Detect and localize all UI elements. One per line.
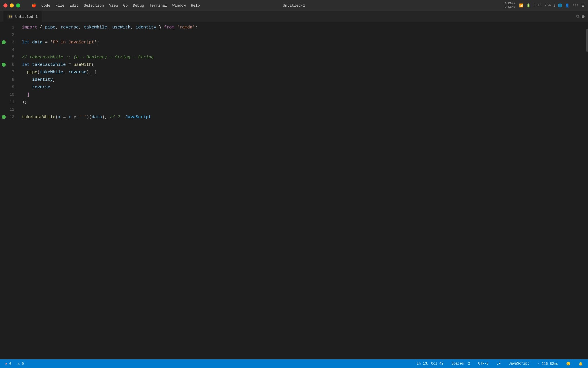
- title-bar-left: 🍎 Code File Edit Selection View Go Debug…: [3, 2, 202, 9]
- token-plain: [61, 115, 63, 120]
- line-number: 11: [7, 100, 14, 104]
- line-number-row: 13: [0, 113, 17, 121]
- scrollbar-thumb[interactable]: [586, 29, 588, 52]
- token-plain: (: [37, 70, 40, 75]
- line-number-row: 9: [0, 83, 17, 91]
- token-plain: [22, 77, 32, 82]
- line-number: 12: [7, 107, 14, 112]
- token-plain: =: [66, 62, 74, 67]
- tab-actions: ⧉: [576, 14, 585, 19]
- menu-terminal[interactable]: Terminal: [147, 3, 169, 9]
- token-plain: ;: [195, 25, 198, 30]
- token-purple: ]: [27, 92, 30, 97]
- token-js-result: JavaScript: [125, 115, 151, 120]
- menu-debug[interactable]: Debug: [131, 3, 146, 9]
- token-import-item: identity: [32, 77, 53, 82]
- menu-file[interactable]: File: [53, 3, 67, 9]
- bell-icon[interactable]: 🔔: [577, 362, 584, 366]
- breakpoint[interactable]: [2, 115, 6, 119]
- menu-edit[interactable]: Edit: [67, 3, 81, 9]
- menu-window[interactable]: Window: [170, 3, 188, 9]
- line-numbers: 12345678910111213: [0, 22, 17, 359]
- token-kw-let: let: [22, 40, 30, 45]
- token-plain: ,: [130, 25, 136, 30]
- tab-untitled1[interactable]: JS Untitled-1: [3, 11, 42, 22]
- line-number-row: 2: [0, 31, 17, 39]
- code-line: );: [22, 98, 585, 106]
- token-plain: ,: [63, 70, 68, 75]
- code-line: let data = 'FP in JavaScript';: [22, 39, 585, 46]
- close-button[interactable]: [3, 3, 7, 7]
- code-line: let takeLastWhile = useWith(: [22, 61, 585, 68]
- token-comment: // takeLastWhile :: (a → Boolean) → Stri…: [22, 55, 154, 60]
- token-plain: );: [102, 115, 110, 120]
- line-number-row: 12: [0, 106, 17, 113]
- menu-bar: 🍎 Code File Edit Selection View Go Debug…: [29, 2, 202, 9]
- token-var-name: x: [58, 115, 61, 120]
- line-number-row: 10: [0, 91, 17, 98]
- token-fn-name: pipe: [27, 70, 37, 75]
- code-line: [22, 106, 585, 113]
- token-plain: [76, 115, 79, 120]
- line-ending[interactable]: LF: [496, 362, 502, 366]
- token-plain: )(: [86, 115, 92, 120]
- wifi-icon: 📶: [519, 3, 523, 8]
- line-number: 3: [7, 40, 14, 45]
- token-plain: [22, 85, 32, 90]
- traffic-lights: [3, 3, 20, 7]
- warning-icon: ⚠: [18, 362, 20, 366]
- cpu-usage: 3.11: [533, 3, 542, 7]
- token-plain: }: [156, 25, 164, 30]
- token-var-name: data: [32, 40, 42, 45]
- token-fn-name: takeLastWhile: [22, 115, 55, 120]
- token-plain: ), [: [86, 70, 97, 75]
- menu-go[interactable]: Go: [121, 3, 130, 9]
- breakpoint[interactable]: [2, 63, 6, 67]
- language-mode[interactable]: JavaScript: [508, 362, 531, 366]
- timing[interactable]: ✓ 216.82ms: [536, 362, 559, 366]
- line-number-row: 4: [0, 46, 17, 53]
- line-number-row: 5: [0, 53, 17, 61]
- token-plain: ,: [107, 25, 112, 30]
- line-number: 2: [7, 32, 14, 37]
- split-editor-icon[interactable]: ⧉: [576, 14, 579, 19]
- token-plain: [22, 92, 27, 97]
- smiley-icon[interactable]: 🙂: [565, 362, 572, 366]
- token-import-item: reverse: [61, 25, 79, 30]
- menu-view[interactable]: View: [107, 3, 120, 9]
- maximize-button[interactable]: [16, 3, 20, 7]
- info-icon: ℹ: [554, 3, 555, 8]
- token-plain: [30, 40, 32, 45]
- line-number: 4: [7, 47, 14, 52]
- line-number: 1: [7, 25, 14, 30]
- menu-help[interactable]: Help: [189, 3, 202, 9]
- indentation[interactable]: Spaces: 2: [450, 362, 471, 366]
- menu-apple[interactable]: 🍎: [29, 2, 38, 9]
- line-number: 10: [7, 92, 14, 97]
- token-kw: import: [22, 25, 37, 30]
- token-arrow: ⇒: [63, 114, 66, 120]
- token-comment: // ?: [110, 115, 120, 120]
- token-import-item: reverse: [68, 70, 86, 75]
- menu-selection[interactable]: Selection: [82, 3, 106, 9]
- wifi-icon2: 🌐: [558, 3, 562, 8]
- line-number: 5: [7, 55, 14, 60]
- code-line: reverse: [22, 83, 585, 91]
- scrollbar[interactable]: [585, 22, 588, 359]
- token-var-name: data: [92, 115, 102, 120]
- code-content[interactable]: import { pipe, reverse, takeWhile, useWi…: [17, 22, 585, 359]
- token-import-item: identity: [136, 25, 156, 30]
- code-line: // takeLastWhile :: (a → Boolean) → Stri…: [22, 53, 585, 61]
- minimize-button[interactable]: [10, 3, 14, 7]
- code-line: [22, 46, 585, 53]
- encoding[interactable]: UTF-8: [477, 362, 490, 366]
- token-arrow: ≢: [74, 114, 76, 120]
- code-line: identity,: [22, 76, 585, 83]
- menu-code[interactable]: Code: [39, 3, 53, 9]
- breakpoint[interactable]: [2, 40, 6, 44]
- cursor-position[interactable]: Ln 13, Col 42: [415, 362, 445, 366]
- token-kw-let: let: [22, 62, 30, 67]
- error-count[interactable]: ✖ 0 ⚠ 0: [4, 362, 25, 366]
- token-plain: ,: [53, 77, 55, 82]
- code-line: import { pipe, reverse, takeWhile, useWi…: [22, 24, 585, 31]
